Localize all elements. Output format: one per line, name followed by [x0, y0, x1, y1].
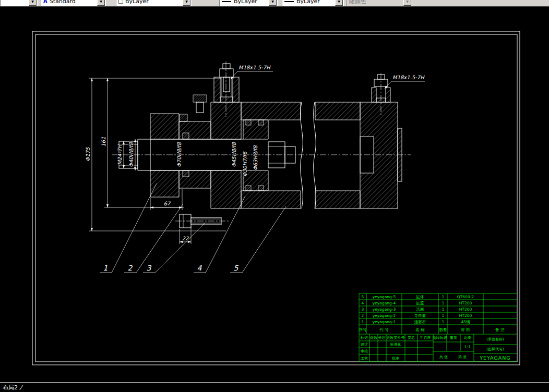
- chevron-down-icon[interactable]: ▼: [29, 0, 37, 6]
- part-no: 2: [362, 313, 364, 318]
- part-qty: 1: [442, 301, 445, 305]
- field-process: 工艺: [361, 357, 368, 361]
- linetype-dropdown[interactable]: ByLayer ▼: [219, 0, 278, 7]
- chevron-down-icon[interactable]: ▼: [269, 0, 277, 6]
- header-code: 代 号: [379, 327, 389, 332]
- drawing-canvas[interactable]: Φ175 161 67 22 M24-7H Φ40H8/f8 Φ70H8/f8 …: [0, 0, 549, 392]
- part-material: HT200: [459, 307, 472, 312]
- chevron-down-icon[interactable]: ▼: [97, 0, 105, 6]
- scale-value: 1:1: [464, 345, 471, 349]
- application-window: Φ175 161 67 22 M24-7H Φ40H8/f8 Φ70H8/f8 …: [0, 0, 549, 392]
- layout-tab-bar: 布局2 /: [0, 382, 549, 392]
- top-toolbar: ▼ A Standard ▼ ByLayer ▼ ByLayer ▼ ByLay…: [0, 0, 549, 7]
- text-style-icon: A: [43, 0, 47, 4]
- balloon-4: 4: [197, 264, 202, 272]
- header-name: 名 称: [415, 327, 425, 332]
- lineweight-dropdown[interactable]: ByLayer ▼: [282, 0, 344, 7]
- field-company: (单位名称): [486, 337, 504, 341]
- dim-cushion-fit: Φ30H7/f6: [242, 151, 248, 177]
- part-qty: 1: [442, 320, 445, 324]
- field-change-doc: 更改文件号: [387, 335, 405, 340]
- balloon-5: 5: [234, 264, 239, 272]
- dim-seal-fit: Φ45H8/f8: [231, 142, 237, 167]
- part-qty: 1: [442, 295, 445, 299]
- field-stage-mark: 阶段标记: [433, 336, 447, 340]
- field-standardize: 标准化: [390, 342, 401, 347]
- tab-separator: /: [19, 384, 23, 391]
- balloon-2: 2: [128, 264, 133, 272]
- part-code: yeyagang-4: [373, 301, 396, 305]
- field-zone: 分区: [378, 336, 386, 340]
- part-material: HT200: [459, 301, 472, 305]
- field-sheets: 共 张: [439, 355, 448, 359]
- color-value: ByLayer: [125, 0, 149, 5]
- dim-flange-dia: Φ175: [85, 147, 91, 162]
- field-approve: 批准: [392, 357, 399, 361]
- part-material: QT600-2: [457, 295, 474, 299]
- part-name: 缸盖: [416, 301, 425, 305]
- part-code: yeyagang-3: [373, 307, 396, 312]
- linetype-preview-icon: [222, 1, 231, 2]
- field-date: 年月日: [420, 336, 431, 340]
- field-sign: 签名: [408, 336, 415, 340]
- chevron-down-icon[interactable]: ▼: [335, 0, 343, 6]
- field-scale-label: 比例: [464, 336, 471, 340]
- dim-rod-thread: M24-7H: [117, 144, 123, 165]
- dim-port-thread-right: M18x1.5-7H: [392, 75, 425, 80]
- dim-length-22: 22: [182, 236, 189, 241]
- header-note: 备 注: [495, 327, 505, 332]
- dim-gland-fit: Φ70H8/f8: [176, 142, 182, 167]
- part-code: yeyagang-5: [373, 295, 396, 299]
- linetype-value: ByLayer: [234, 0, 257, 5]
- parts-row-5: 5 yeyagang-5 缸体 1 QT600-2: [362, 295, 474, 299]
- balloon-3: 3: [147, 264, 152, 272]
- header-material: 材 料: [461, 327, 470, 332]
- part-code: yeyagang-2: [373, 313, 396, 318]
- chevron-down-icon: ▼: [403, 0, 411, 6]
- part-material: HT200: [459, 313, 472, 318]
- layout-tab[interactable]: 布局2: [3, 384, 18, 391]
- part-no: 5: [362, 295, 364, 299]
- color-swatch-icon: [118, 0, 123, 4]
- part-name: 活塞杆: [414, 320, 426, 324]
- dim-bore-fit: Φ63H8/f8: [253, 145, 258, 170]
- header-no: 序号: [359, 327, 367, 332]
- text-style-dropdown[interactable]: A Standard ▼: [41, 0, 106, 7]
- field-drawing-no: (图样代号): [486, 347, 504, 351]
- part-name: 缸体: [416, 295, 425, 299]
- balloon-1: 1: [103, 264, 108, 272]
- dim-rod-fit: Φ40H8/f8: [128, 142, 134, 167]
- chevron-down-icon[interactable]: ▼: [183, 0, 190, 6]
- part-code: yeyagang-1: [373, 320, 396, 324]
- plot-style-value: 随颜色: [349, 0, 366, 5]
- lineweight-preview-icon: [284, 1, 294, 2]
- field-count: 处数: [370, 336, 378, 340]
- color-dropdown[interactable]: ByLayer ▼: [116, 0, 192, 7]
- dim-length-67: 67: [164, 201, 171, 206]
- part-no: 3: [362, 307, 364, 312]
- layer-dropdown[interactable]: ▼: [1, 0, 38, 7]
- text-style-value: Standard: [50, 0, 76, 5]
- part-material: 45钢: [461, 320, 470, 324]
- header-qty: 数量: [439, 327, 448, 332]
- field-design: 设计: [361, 342, 368, 347]
- plot-style-dropdown: 随颜色 ▼: [347, 0, 412, 7]
- part-no: 4: [362, 301, 364, 305]
- part-no: 1: [362, 320, 364, 324]
- drawing-title: YEYAGANG: [479, 355, 511, 361]
- field-sheet-no: 第 张: [458, 355, 467, 359]
- part-name: 导向套: [414, 313, 426, 318]
- part-qty: 1: [442, 313, 445, 318]
- part-name: 活塞: [416, 307, 425, 312]
- dim-port-thread-top: M18x1.5-7H: [238, 65, 271, 70]
- field-check: 审核: [361, 349, 368, 353]
- dim-length-161: 161: [101, 137, 106, 146]
- field-mark: 标记: [360, 336, 368, 340]
- lineweight-value: ByLayer: [296, 0, 320, 5]
- field-weight: 重量: [450, 336, 457, 340]
- part-qty: 1: [442, 307, 445, 312]
